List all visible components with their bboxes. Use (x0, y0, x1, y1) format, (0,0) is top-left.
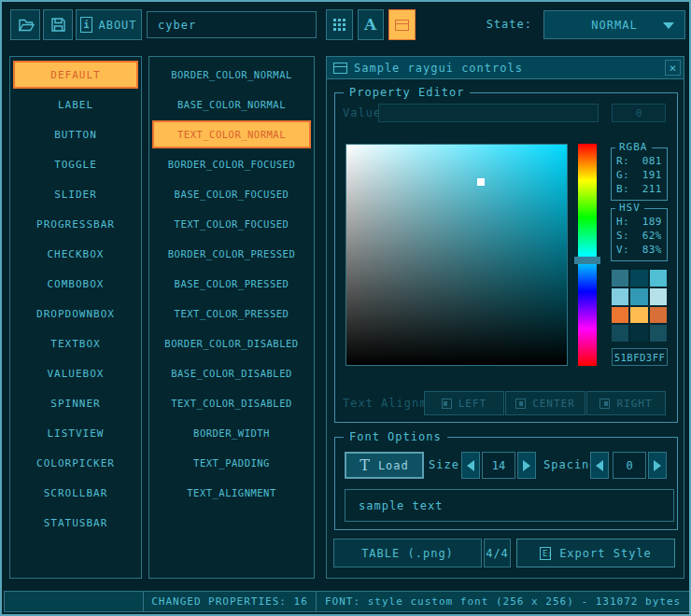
window-title: Sample raygui controls (354, 62, 523, 75)
hsv-h-row: H: 189 (616, 215, 662, 229)
b-value: 211 (642, 182, 662, 196)
list-item[interactable]: COLORPICKER (13, 449, 138, 477)
list-item[interactable]: TEXT_ALIGNMENT (152, 479, 311, 507)
h-value: 189 (642, 215, 662, 229)
list-item[interactable]: LISTVIEW (13, 419, 138, 447)
align-center-button[interactable]: CENTER (505, 391, 585, 415)
text-alignment-label: Text Alignmen (343, 391, 425, 415)
align-right-label: RIGHT (616, 398, 652, 410)
property-editor-group-label: Property Editor (344, 86, 470, 99)
list-item[interactable]: TEXT_COLOR_FOCUSED (152, 210, 311, 238)
floppy-save-icon (49, 16, 67, 34)
color-picker-marker[interactable] (477, 178, 485, 186)
palette-swatch[interactable] (630, 307, 647, 324)
load-font-label: Load (378, 459, 409, 472)
table-png-button[interactable]: TABLE (.png) (333, 539, 482, 567)
size-decrease-button[interactable] (461, 452, 480, 479)
arrow-right-icon (654, 460, 661, 471)
palette-swatch[interactable] (650, 288, 667, 305)
list-item[interactable]: COMBOBOX (13, 270, 138, 298)
palette-swatch[interactable] (612, 270, 628, 287)
list-item[interactable]: TEXT_PADDING (152, 449, 311, 477)
window-titlebar[interactable]: Sample raygui controls (327, 57, 684, 79)
palette-swatch[interactable] (650, 270, 667, 287)
hex-color-input[interactable]: 51BFD3FF (612, 348, 668, 366)
value-spinner-box[interactable]: 0 (612, 104, 666, 122)
list-item[interactable]: BASE_COLOR_PRESSED (152, 270, 311, 298)
palette-swatch[interactable] (630, 270, 647, 287)
g-label: G: (616, 168, 629, 182)
list-item[interactable]: SPINNER (13, 389, 138, 417)
size-value-box[interactable]: 14 (482, 452, 515, 479)
list-item[interactable]: BORDER_COLOR_FOCUSED (152, 150, 311, 178)
list-item[interactable]: BASE_COLOR_DISABLED (152, 359, 311, 387)
color-picker-panel[interactable] (346, 144, 568, 366)
align-left-button[interactable]: LEFT (424, 391, 504, 415)
align-right-button[interactable]: RIGHT (586, 391, 666, 415)
v-value: 83% (642, 243, 662, 257)
controls-list-panel: DEFAULTLABELBUTTONTOGGLESLIDERPROGRESSBA… (9, 56, 142, 579)
list-item[interactable]: STATUSBAR (13, 509, 138, 537)
hsv-group: HSV H: 189 S: 62% V: 83% (611, 208, 668, 261)
list-item[interactable]: TEXT_COLOR_PRESSED (152, 300, 311, 328)
statusbar-spacer (4, 591, 144, 612)
state-dropdown[interactable]: NORMAL (543, 10, 685, 39)
list-item[interactable]: SCROLLBAR (13, 479, 138, 507)
list-item[interactable]: CHECKBOX (13, 240, 138, 268)
palette-swatch[interactable] (630, 325, 647, 342)
palette-swatch[interactable] (612, 325, 628, 342)
rgba-group: RGBA R: 081 G: 191 B: 211 (611, 147, 668, 201)
list-item[interactable]: DEFAULT (13, 61, 138, 89)
b-label: B: (616, 182, 629, 196)
value-input[interactable] (378, 104, 599, 122)
properties-list-panel: BORDER_COLOR_NORMALBASE_COLOR_NORMALTEXT… (148, 56, 315, 579)
sample-text-input[interactable]: sample text (345, 489, 674, 522)
window-icon (395, 20, 409, 31)
export-style-button[interactable]: E Export Style (516, 539, 675, 567)
list-item[interactable]: BORDER_COLOR_DISABLED (152, 329, 311, 357)
list-item[interactable]: SLIDER (13, 180, 138, 208)
statusbar-changed-properties: CHANGED PROPERTIES: 16 (143, 591, 317, 612)
load-font-button[interactable]: T Load (345, 452, 424, 479)
spacing-increase-button[interactable] (648, 452, 667, 479)
palette-swatch[interactable] (650, 307, 667, 324)
export-style-label: Export Style (559, 547, 652, 560)
edit-mode-grid-button[interactable] (326, 9, 353, 40)
list-item[interactable]: BUTTON (13, 120, 138, 148)
hue-slider-bar[interactable] (578, 144, 597, 366)
palette-swatch[interactable] (650, 325, 667, 342)
list-item[interactable]: BORDER_WIDTH (152, 419, 311, 447)
list-item[interactable]: TEXT_COLOR_DISABLED (152, 389, 311, 417)
align-left-icon (442, 399, 452, 409)
open-style-button[interactable] (10, 9, 40, 40)
save-style-button[interactable] (43, 9, 73, 40)
list-item[interactable]: BASE_COLOR_NORMAL (152, 91, 311, 119)
spacing-value-box[interactable]: 0 (613, 452, 646, 479)
size-increase-button[interactable] (517, 452, 536, 479)
palette-swatch[interactable] (612, 307, 628, 324)
list-item[interactable]: TEXT_COLOR_NORMAL (152, 120, 311, 148)
style-name-input[interactable] (147, 11, 317, 38)
list-item[interactable]: BORDER_COLOR_NORMAL (152, 61, 311, 89)
list-item[interactable]: LABEL (13, 91, 138, 119)
palette-swatch[interactable] (630, 288, 647, 305)
list-item[interactable]: BORDER_COLOR_PRESSED (152, 240, 311, 268)
font-preview-button[interactable]: A (358, 9, 384, 40)
export-pages-value-box[interactable]: 4/4 (484, 539, 511, 567)
list-item[interactable]: VALUEBOX (13, 359, 138, 387)
list-item[interactable]: TOGGLE (13, 150, 138, 178)
about-button[interactable]: i ABOUT (76, 9, 142, 40)
window-preview-button-active[interactable] (388, 9, 416, 40)
hue-slider-handle[interactable] (574, 257, 600, 264)
spacing-decrease-button[interactable] (590, 452, 609, 479)
palette-swatch[interactable] (612, 288, 628, 305)
list-item[interactable]: PROGRESSBAR (13, 210, 138, 238)
rgba-b-row: B: 211 (616, 182, 662, 196)
list-item[interactable]: TEXTBOX (13, 329, 138, 357)
close-window-button[interactable]: × (665, 60, 681, 76)
r-value: 081 (642, 154, 662, 168)
font-t-icon: T (360, 458, 371, 473)
list-item[interactable]: BASE_COLOR_FOCUSED (152, 180, 311, 208)
rgba-r-row: R: 081 (616, 154, 662, 168)
list-item[interactable]: DROPDOWNBOX (13, 300, 138, 328)
